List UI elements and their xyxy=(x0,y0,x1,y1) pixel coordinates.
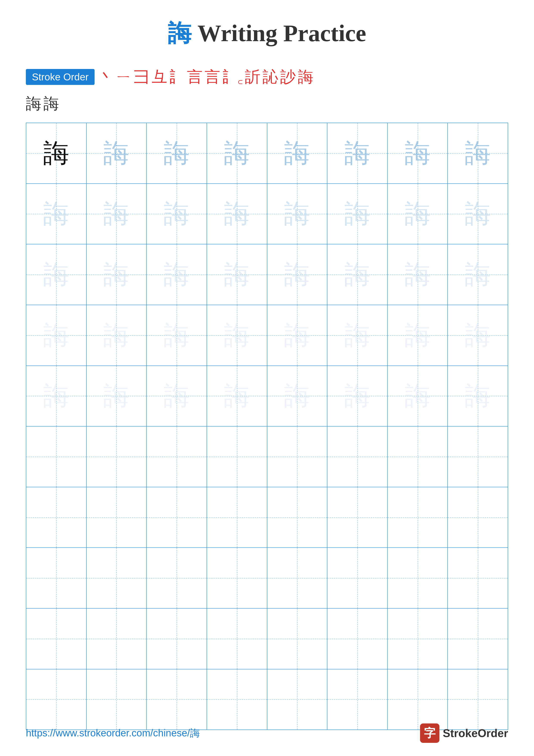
grid-cell: 誨 xyxy=(87,305,147,365)
grid-cell: 誨 xyxy=(87,366,147,426)
grid-cell: 誨 xyxy=(147,184,207,244)
stroke-order-extra: 誨 誨 xyxy=(26,93,508,114)
grid-cell: 誨 xyxy=(207,366,267,426)
grid-cell-empty[interactable] xyxy=(388,669,448,730)
grid-cell-empty[interactable] xyxy=(448,608,508,669)
grid-cell-empty[interactable] xyxy=(327,426,388,487)
grid-cell: 誨 xyxy=(147,123,207,183)
grid-row-empty[interactable] xyxy=(26,426,508,487)
grid-cell: 誨 xyxy=(207,123,267,183)
grid-cell: 誨 xyxy=(87,244,147,305)
grid-cell: 誨 xyxy=(448,123,508,183)
grid-cell: 誨 xyxy=(388,305,448,365)
grid-cell: 誨 xyxy=(267,244,328,305)
grid-cell: 誨 xyxy=(26,244,87,305)
footer-logo: 字 StrokeOrder xyxy=(420,723,508,743)
grid-row-empty[interactable] xyxy=(26,548,508,608)
grid-cell-empty[interactable] xyxy=(448,548,508,608)
stroke-order-badge: Stroke Order xyxy=(26,69,94,85)
grid-cell-empty[interactable] xyxy=(267,426,328,487)
grid-row: 誨 誨 誨 誨 誨 誨 誨 誨 xyxy=(26,244,508,305)
grid-cell-empty[interactable] xyxy=(207,426,267,487)
grid-cell-empty[interactable] xyxy=(147,548,207,608)
grid-cell-empty[interactable] xyxy=(87,487,147,548)
grid-cell: 誨 xyxy=(327,244,388,305)
grid-cell: 誨 xyxy=(207,305,267,365)
grid-cell: 誨 xyxy=(388,184,448,244)
grid-cell-empty[interactable] xyxy=(448,669,508,730)
grid-cell-empty[interactable] xyxy=(26,608,87,669)
grid-cell: 誨 xyxy=(147,305,207,365)
grid-row-empty[interactable] xyxy=(26,487,508,548)
grid-cell-empty[interactable] xyxy=(327,548,388,608)
grid-cell: 誨 xyxy=(388,366,448,426)
grid-cell-empty[interactable] xyxy=(87,608,147,669)
grid-cell-empty[interactable] xyxy=(87,669,147,730)
grid-cell-empty[interactable] xyxy=(267,548,328,608)
title-text: Writing Practice xyxy=(191,20,366,46)
grid-cell-empty[interactable] xyxy=(388,487,448,548)
grid-cell-empty[interactable] xyxy=(147,669,207,730)
grid-cell: 誨 xyxy=(147,244,207,305)
grid-cell-empty[interactable] xyxy=(388,608,448,669)
grid-cell-empty[interactable] xyxy=(207,487,267,548)
grid-row: 誨 誨 誨 誨 誨 誨 誨 誨 xyxy=(26,305,508,366)
grid-cell-empty[interactable] xyxy=(267,669,328,730)
grid-cell: 誨 xyxy=(87,184,147,244)
grid-cell: 誨 xyxy=(207,184,267,244)
grid-cell-empty[interactable] xyxy=(87,548,147,608)
grid-cell-empty[interactable] xyxy=(147,487,207,548)
grid-cell: 誨 xyxy=(388,244,448,305)
grid-row: 誨 誨 誨 誨 誨 誨 誨 誨 xyxy=(26,366,508,427)
grid-row: 誨 誨 誨 誨 誨 誨 誨 誨 xyxy=(26,123,508,184)
grid-cell: 誨 xyxy=(147,366,207,426)
footer: https://www.strokeorder.com/chinese/誨 字 … xyxy=(26,723,508,743)
grid-cell: 誨 xyxy=(87,123,147,183)
grid-row-empty[interactable] xyxy=(26,608,508,669)
grid-cell: 誨 xyxy=(26,123,87,183)
grid-cell-empty[interactable] xyxy=(87,426,147,487)
grid-cell: 誨 xyxy=(327,184,388,244)
grid-cell: 誨 xyxy=(448,244,508,305)
grid-cell-empty[interactable] xyxy=(267,608,328,669)
grid-cell: 誨 xyxy=(327,123,388,183)
grid-cell: 誨 xyxy=(26,305,87,365)
grid-cell-empty[interactable] xyxy=(147,608,207,669)
grid-cell-empty[interactable] xyxy=(26,548,87,608)
grid-cell: 誨 xyxy=(448,366,508,426)
footer-logo-icon: 字 xyxy=(420,723,440,743)
grid-cell-empty[interactable] xyxy=(26,669,87,730)
grid-cell: 誨 xyxy=(327,366,388,426)
footer-url[interactable]: https://www.strokeorder.com/chinese/誨 xyxy=(26,726,200,740)
grid-cell-empty[interactable] xyxy=(26,426,87,487)
stroke-order-section: Stroke Order 丶 ㄧ 彐 彑 訁 言 言 訁꜀ 訢 訫 訬 誨 誨 … xyxy=(26,67,508,114)
grid-cell-empty[interactable] xyxy=(327,487,388,548)
grid-cell-empty[interactable] xyxy=(207,669,267,730)
grid-cell-empty[interactable] xyxy=(388,426,448,487)
grid-cell: 誨 xyxy=(26,184,87,244)
grid-row-empty[interactable] xyxy=(26,669,508,730)
grid-cell-empty[interactable] xyxy=(147,426,207,487)
grid-cell: 誨 xyxy=(267,184,328,244)
grid-cell-empty[interactable] xyxy=(207,548,267,608)
grid-cell-empty[interactable] xyxy=(207,608,267,669)
grid-cell: 誨 xyxy=(327,305,388,365)
grid-cell-empty[interactable] xyxy=(448,487,508,548)
grid-cell-empty[interactable] xyxy=(267,487,328,548)
grid-cell-empty[interactable] xyxy=(327,608,388,669)
page-title: 誨 Writing Practice xyxy=(26,17,508,49)
grid-cell-empty[interactable] xyxy=(388,548,448,608)
grid-cell: 誨 xyxy=(388,123,448,183)
grid-cell-empty[interactable] xyxy=(327,669,388,730)
grid-cell-empty[interactable] xyxy=(448,426,508,487)
grid-cell: 誨 xyxy=(267,305,328,365)
practice-grid: 誨 誨 誨 誨 誨 誨 誨 誨 誨 誨 誨 誨 誨 誨 誨 誨 誨 誨 誨 誨 … xyxy=(26,122,508,730)
footer-logo-text: StrokeOrder xyxy=(443,727,508,740)
grid-cell: 誨 xyxy=(448,305,508,365)
grid-cell-empty[interactable] xyxy=(26,487,87,548)
grid-cell: 誨 xyxy=(207,244,267,305)
title-cjk-char: 誨 xyxy=(168,20,191,46)
stroke-order-chars: 丶 ㄧ 彐 彑 訁 言 言 訁꜀ 訢 訫 訬 誨 xyxy=(98,67,314,87)
grid-cell: 誨 xyxy=(267,366,328,426)
grid-cell: 誨 xyxy=(267,123,328,183)
